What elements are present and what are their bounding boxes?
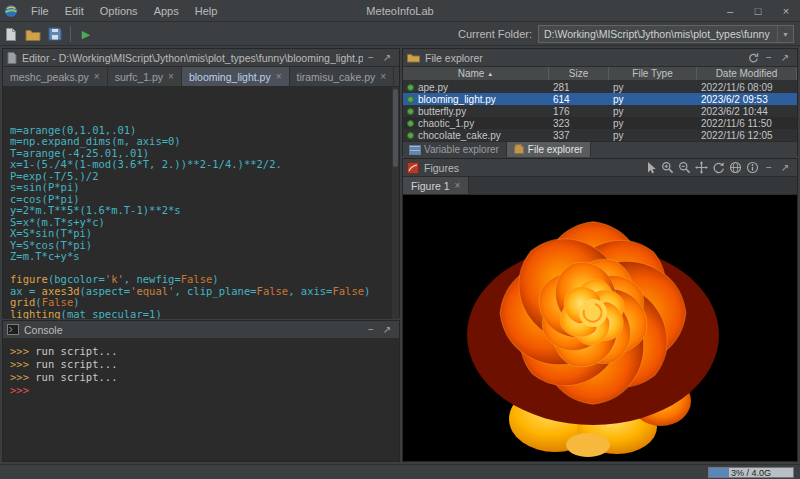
console-minimize-button[interactable]: − [363, 322, 379, 338]
console-output[interactable]: >>> run script...>>> run script...>>> ru… [3, 339, 399, 397]
file-name-cell: blooming_light.py [403, 93, 549, 105]
file-row-chaotic-1-py[interactable]: chaotic_1.py323py2022/11/6 11:50 [403, 117, 797, 129]
console-text: run script... [29, 371, 118, 383]
tab-close-icon[interactable]: × [276, 71, 282, 82]
titlebar: FileEditOptionsAppsHelp MeteoInfoLab – □… [0, 0, 800, 22]
console-prompt: >>> [10, 384, 29, 396]
file-explorer-float-button[interactable]: ↗ [777, 50, 793, 66]
file-type-cell: py [609, 93, 697, 105]
console-panel-header: Console − ↗ [3, 321, 399, 339]
file-name: chaotic_1.py [418, 118, 474, 129]
editor-tab-meshc-peaks-py[interactable]: meshc_peaks.py× [3, 67, 108, 86]
file-modified-cell: 2023/6/2 09:53 [697, 93, 797, 105]
console-panel: Console − ↗ >>> run script...>>> run scr… [2, 320, 400, 462]
console-float-button[interactable]: ↗ [379, 322, 395, 338]
code-line: Z=m.T*c+y*s [10, 251, 399, 263]
run-script-button[interactable]: ▶ [75, 24, 97, 44]
code-editor[interactable]: m=arange(0,1.01,.01)m=np.expand_dims(m, … [3, 87, 399, 319]
file-row-ape-py[interactable]: ape.py281py2022/11/6 08:09 [403, 81, 797, 93]
select-arrow-icon[interactable] [642, 160, 659, 176]
tab-label: Variable explorer [424, 144, 499, 155]
code-line: X=S*sin(T*pi) [10, 228, 399, 240]
column-header-file-type[interactable]: File Type [609, 67, 697, 80]
figure-tab[interactable]: Figure 1 × [403, 177, 469, 194]
window-maximize-button[interactable]: □ [744, 0, 772, 22]
tab-file-explorer[interactable]: File explorer [507, 142, 591, 157]
tab-close-icon[interactable]: × [94, 71, 100, 82]
tab-label: File explorer [528, 144, 583, 155]
new-script-button[interactable] [0, 24, 22, 44]
toolbar-separator [70, 26, 71, 42]
file-name: ape.py [418, 82, 448, 93]
open-folder-icon [25, 28, 41, 41]
current-folder-combobox[interactable]: D:\Working\MIScript\Jython\mis\plot_type… [538, 25, 794, 43]
window-minimize-button[interactable]: – [716, 0, 744, 22]
tab-close-icon[interactable]: × [168, 71, 174, 82]
figure-tab-label: Figure 1 [411, 180, 450, 192]
figures-float-button[interactable]: ↗ [777, 160, 793, 176]
menu-apps[interactable]: Apps [146, 2, 187, 20]
memory-text: 3% / 4.0G [709, 468, 793, 478]
figures-panel-title: Figures [424, 162, 642, 174]
refresh-icon[interactable] [745, 50, 761, 66]
menu-edit[interactable]: Edit [57, 2, 92, 20]
menubar: FileEditOptionsAppsHelp [23, 2, 225, 20]
console-line: >>> run script... [10, 345, 399, 358]
editor-tab-blooming-light-py[interactable]: blooming_light.py× [182, 67, 290, 86]
editor-minimize-button[interactable]: − [363, 50, 379, 66]
current-folder-value: D:\Working\MIScript\Jython\mis\plot_type… [539, 28, 777, 40]
figures-panel-header: Figures [403, 159, 797, 177]
editor-tab-tiramisu-cake-py[interactable]: tiramisu_cake.py× [290, 67, 395, 86]
file-explorer-panel: File explorer − ↗ Name▲SizeFile TypeDate… [402, 48, 798, 156]
file-modified-cell: 2022/11/6 12:05 [697, 129, 797, 141]
dropdown-arrow-icon[interactable]: ▼ [777, 26, 793, 42]
editor-panel-title: Editor - D:\Working\MIScript\Jython\mis\… [22, 52, 363, 64]
statusbar: 3% / 4.0G [0, 464, 800, 479]
identify-info-icon[interactable] [744, 160, 761, 176]
console-text: run script... [29, 358, 118, 370]
file-name: blooming_light.py [418, 94, 496, 105]
file-row-blooming-light-py[interactable]: blooming_light.py614py2023/6/2 09:53 [403, 93, 797, 105]
figures-minimize-button[interactable]: − [761, 160, 777, 176]
file-row-butterfly-py[interactable]: butterfly.py176py2023/6/2 10:44 [403, 105, 797, 117]
menu-file[interactable]: File [23, 2, 57, 20]
editor-tab-surfc-1-py[interactable]: surfc_1.py× [108, 67, 182, 86]
save-disk-icon [48, 27, 62, 41]
menu-options[interactable]: Options [92, 2, 146, 20]
rotate-icon[interactable] [710, 160, 727, 176]
window-controls: – □ × [716, 0, 800, 22]
new-file-icon [4, 27, 18, 42]
figure-tabbar: Figure 1 × [403, 177, 797, 195]
menu-help[interactable]: Help [187, 2, 226, 20]
code-line: grid(False) [10, 297, 399, 309]
zoom-out-icon[interactable] [676, 160, 693, 176]
editor-panel-header: Editor - D:\Working\MIScript\Jython\mis\… [3, 49, 399, 67]
window-close-button[interactable]: × [772, 0, 800, 22]
file-size-cell: 614 [549, 93, 609, 105]
editor-scrollbar-thumb[interactable] [393, 89, 398, 167]
file-row-chocolate-cake-py[interactable]: chocolate_cake.py337py2022/11/6 12:05 [403, 129, 797, 141]
pan-icon[interactable] [693, 160, 710, 176]
full-extent-globe-icon[interactable] [727, 160, 744, 176]
column-header-date-modified[interactable]: Date Modified [697, 67, 797, 80]
file-modified-cell: 2022/11/6 08:09 [697, 81, 797, 93]
column-header-size[interactable]: Size [549, 67, 609, 80]
figure-canvas[interactable] [403, 195, 797, 461]
save-button[interactable] [44, 24, 66, 44]
tab-close-icon[interactable]: × [455, 180, 461, 191]
editor-scrollbar[interactable] [392, 87, 399, 319]
tab-close-icon[interactable]: × [380, 71, 386, 82]
zoom-in-icon[interactable] [659, 160, 676, 176]
file-name-cell: butterfly.py [403, 105, 549, 117]
column-header-label: Size [569, 68, 588, 79]
file-size-cell: 323 [549, 117, 609, 129]
console-text: run script... [29, 345, 118, 357]
file-explorer-minimize-button[interactable]: − [761, 50, 777, 66]
column-header-name[interactable]: Name▲ [403, 67, 549, 80]
open-file-button[interactable] [22, 24, 44, 44]
tab-variable-explorer[interactable]: Variable explorer [403, 142, 507, 157]
editor-float-button[interactable]: ↗ [379, 50, 395, 66]
file-table: ape.py281py2022/11/6 08:09blooming_light… [403, 81, 797, 141]
editor-tab-label: meshc_peaks.py [10, 71, 89, 83]
memory-indicator[interactable]: 3% / 4.0G [708, 467, 794, 478]
